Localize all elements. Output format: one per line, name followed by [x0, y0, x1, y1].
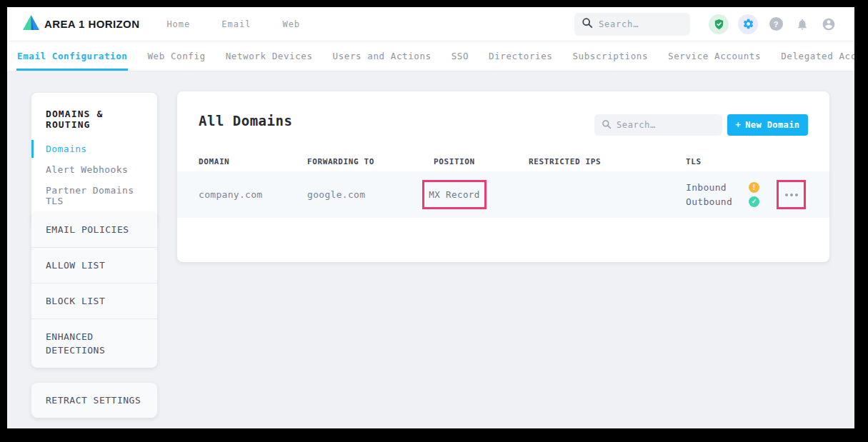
plus-icon: + — [736, 120, 742, 130]
sidebar-section-allow-list[interactable]: ALLOW LIST — [31, 247, 157, 283]
app-screen: AREA 1 HORIZON Home Email Web — [7, 7, 854, 428]
user-icon[interactable] — [820, 16, 837, 33]
sidebar-section-retract-settings[interactable]: RETRACT SETTINGS — [31, 383, 157, 418]
sidebar-item-partner-domains-tls[interactable]: Partner Domains TLS — [31, 180, 157, 211]
global-search-box[interactable] — [574, 13, 690, 36]
tab-email-configuration[interactable]: Email Configuration — [7, 41, 137, 71]
top-bar-right: ? — [574, 13, 837, 36]
domains-search-input[interactable] — [617, 120, 715, 130]
bell-icon[interactable] — [794, 16, 811, 33]
new-domain-button[interactable]: + New Domain — [727, 114, 808, 136]
tab-users-and-actions[interactable]: Users and Actions — [323, 41, 442, 71]
gear-icon[interactable] — [738, 14, 758, 34]
tls-outbound-label: Outbound — [686, 196, 749, 207]
area1-triangle-logo-icon — [23, 14, 40, 34]
tab-directories[interactable]: Directories — [479, 41, 562, 71]
sidebar-section-enhanced-detections[interactable]: ENHANCED DETECTIONS — [31, 318, 157, 368]
shield-check-icon[interactable] — [709, 14, 729, 34]
top-icon-cluster: ? — [709, 14, 837, 34]
brand-logo[interactable]: AREA 1 HORIZON — [23, 14, 139, 34]
global-search-input[interactable] — [599, 19, 683, 29]
nav-item-email[interactable]: Email — [221, 19, 251, 29]
tab-network-devices[interactable]: Network Devices — [216, 41, 323, 71]
row-menu-highlight-box — [777, 180, 806, 209]
page-title: All Domains — [199, 113, 292, 129]
sidebar-section-block-list[interactable]: BLOCK LIST — [31, 283, 157, 318]
column-header-position: POSITION — [434, 157, 475, 166]
top-bar: AREA 1 HORIZON Home Email Web — [7, 7, 854, 41]
position-cell: MX Record — [429, 189, 479, 200]
brand-name: AREA 1 HORIZON — [44, 18, 139, 30]
sidebar-domains-routing-card: DOMAINS & ROUTING Domains Alert Webhooks… — [31, 93, 157, 223]
tab-delegated-accounts[interactable]: Delegated Accounts — [771, 41, 854, 71]
help-icon[interactable]: ? — [767, 16, 784, 33]
tab-sso[interactable]: SSO — [442, 41, 479, 71]
warning-status-icon: ! — [749, 182, 759, 193]
sidebar-retract-card: RETRACT SETTINGS — [31, 383, 157, 418]
sidebar-section-email-policies[interactable]: EMAIL POLICIES — [31, 212, 157, 247]
check-status-icon: ✓ — [749, 196, 759, 207]
config-tab-bar: Email Configuration Web Config Network D… — [7, 41, 854, 71]
tab-service-accounts[interactable]: Service Accounts — [658, 41, 771, 71]
column-header-restricted-ips: RESTRICTED IPS — [529, 157, 601, 166]
sidebar-item-alert-webhooks[interactable]: Alert Webhooks — [31, 159, 157, 180]
tls-inbound-label: Inbound — [686, 182, 749, 193]
tab-web-config[interactable]: Web Config — [137, 41, 215, 71]
tab-subscriptions[interactable]: Subscriptions — [562, 41, 658, 71]
position-cell-highlight-box: MX Record — [422, 180, 487, 209]
all-domains-panel: All Domains + New Domain DOMAIN FORWARDI… — [177, 91, 829, 262]
sidebar-section-title: DOMAINS & ROUTING — [31, 109, 157, 139]
column-header-domain: DOMAIN — [199, 157, 229, 166]
window-frame: { "header": { "brand": "AREA 1 HORIZON",… — [0, 0, 868, 442]
domain-cell: company.com — [199, 171, 262, 218]
search-icon — [582, 17, 593, 31]
tls-outbound-line: Outbound ✓ — [686, 194, 759, 209]
tls-cell: Inbound ! Outbound ✓ — [686, 180, 759, 209]
search-icon — [602, 119, 612, 132]
column-header-forwarding-to: FORWARDING TO — [307, 157, 374, 166]
domains-search-box[interactable] — [594, 114, 722, 136]
row-ellipsis-menu-button[interactable] — [781, 186, 802, 204]
table-row[interactable]: company.com google.com MX Record Inbound… — [177, 171, 829, 218]
sidebar-policies-card: EMAIL POLICIES ALLOW LIST BLOCK LIST ENH… — [31, 212, 157, 368]
column-header-tls: TLS — [686, 157, 702, 166]
forwarding-to-cell: google.com — [307, 171, 365, 218]
tls-inbound-line: Inbound ! — [686, 180, 759, 194]
new-domain-button-label: New Domain — [745, 120, 799, 130]
content-area: DOMAINS & ROUTING Domains Alert Webhooks… — [7, 71, 854, 428]
nav-item-web[interactable]: Web — [282, 19, 300, 29]
sidebar-item-domains[interactable]: Domains — [31, 139, 157, 159]
nav-item-home[interactable]: Home — [166, 19, 190, 29]
top-nav: Home Email Web — [166, 19, 300, 29]
